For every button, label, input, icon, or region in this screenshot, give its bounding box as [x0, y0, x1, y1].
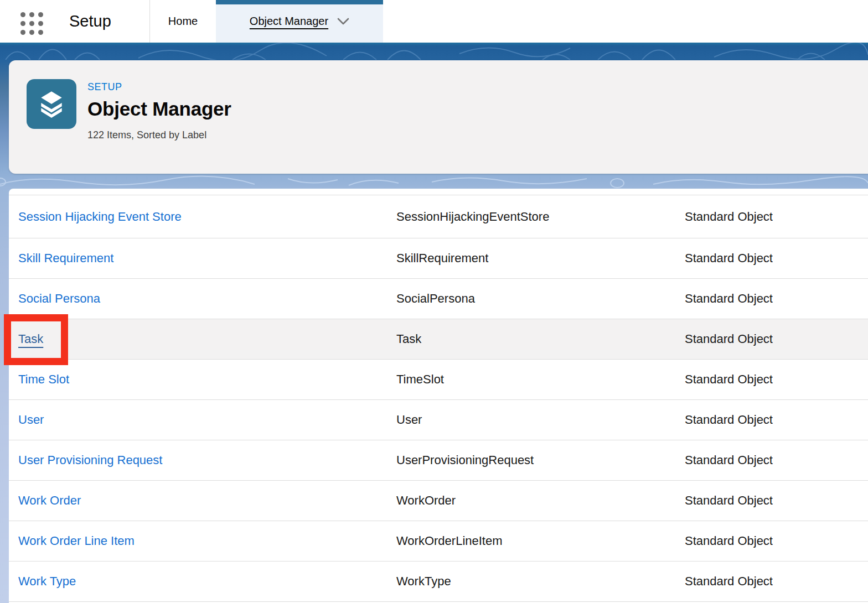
- hero-pattern-top: [0, 43, 868, 60]
- object-label-link[interactable]: Work Order Line Item: [18, 534, 396, 548]
- object-manager-icon: [27, 79, 76, 129]
- object-type: Standard Object: [685, 210, 868, 224]
- object-type: Standard Object: [685, 372, 868, 387]
- object-label-link[interactable]: User: [18, 413, 396, 427]
- object-type: Standard Object: [685, 292, 868, 306]
- object-api-name: WorkOrder: [396, 493, 685, 508]
- object-label-link[interactable]: Work Order: [18, 493, 396, 508]
- table-row: Session Hijacking Event StoreSessionHija…: [9, 195, 868, 238]
- object-label-link[interactable]: Task: [18, 332, 396, 346]
- item-count-subtitle: 122 Items, Sorted by Label: [87, 129, 231, 141]
- object-type: Standard Object: [685, 413, 868, 427]
- table-row: Social PersonaSocialPersonaStandard Obje…: [9, 279, 868, 319]
- object-type: Standard Object: [685, 332, 868, 346]
- object-table: Session Hijacking Event StoreSessionHija…: [9, 195, 868, 602]
- object-api-name: UserProvisioningRequest: [396, 453, 685, 467]
- table-row: Work Order Line ItemWorkOrderLineItemSta…: [9, 521, 868, 562]
- object-label-link[interactable]: Skill Requirement: [18, 251, 396, 266]
- tab-home[interactable]: Home: [150, 0, 216, 43]
- object-type: Standard Object: [685, 574, 868, 589]
- table-row: User Provisioning RequestUserProvisionin…: [9, 440, 868, 481]
- object-api-name: WorkOrderLineItem: [396, 534, 685, 548]
- setup-header-card: SETUP Object Manager 122 Items, Sorted b…: [9, 60, 868, 174]
- object-api-name: SocialPersona: [396, 292, 685, 306]
- table-row: TaskTaskStandard Object: [9, 319, 868, 360]
- object-label-link[interactable]: Social Persona: [18, 292, 396, 306]
- object-api-name: TimeSlot: [396, 372, 685, 387]
- tab-object-manager[interactable]: Object Manager: [216, 0, 383, 43]
- object-label-link[interactable]: User Provisioning Request: [18, 453, 396, 467]
- global-nav: Setup Home Object Manager: [0, 0, 868, 43]
- tab-object-manager-label: Object Manager: [250, 15, 328, 28]
- layers-icon: [37, 89, 66, 119]
- object-list-card: Session Hijacking Event StoreSessionHija…: [9, 189, 868, 603]
- active-tab-accent-bar: [216, 0, 383, 4]
- object-type: Standard Object: [685, 251, 868, 266]
- table-row: Work TypeWorkTypeStandard Object: [9, 562, 868, 602]
- chevron-down-icon[interactable]: [337, 18, 349, 25]
- setup-app-title: Setup: [69, 0, 111, 43]
- page-title: Object Manager: [87, 98, 231, 120]
- table-row: Time SlotTimeSlotStandard Object: [9, 360, 868, 400]
- tab-home-label: Home: [168, 15, 198, 28]
- table-row: Skill RequirementSkillRequirementStandar…: [9, 238, 868, 279]
- hero-pattern-mid: [0, 174, 868, 189]
- object-label-link[interactable]: Work Type: [18, 574, 396, 589]
- red-annotation-box: [4, 314, 68, 365]
- object-api-name: User: [396, 413, 685, 427]
- object-api-name: SessionHijackingEventStore: [396, 210, 685, 224]
- setup-eyebrow: SETUP: [87, 81, 231, 93]
- app-launcher-icon[interactable]: [20, 12, 44, 35]
- object-api-name: SkillRequirement: [396, 251, 685, 266]
- table-row: UserUserStandard Object: [9, 400, 868, 440]
- header-text-block: SETUP Object Manager 122 Items, Sorted b…: [87, 79, 231, 141]
- table-row: Work OrderWorkOrderStandard Object: [9, 481, 868, 521]
- object-type: Standard Object: [685, 453, 868, 467]
- object-type: Standard Object: [685, 534, 868, 548]
- object-api-name: Task: [396, 332, 685, 346]
- object-label-link[interactable]: Time Slot: [18, 372, 396, 387]
- object-label-link[interactable]: Session Hijacking Event Store: [18, 210, 396, 224]
- object-type: Standard Object: [685, 493, 868, 508]
- object-api-name: WorkType: [396, 574, 685, 589]
